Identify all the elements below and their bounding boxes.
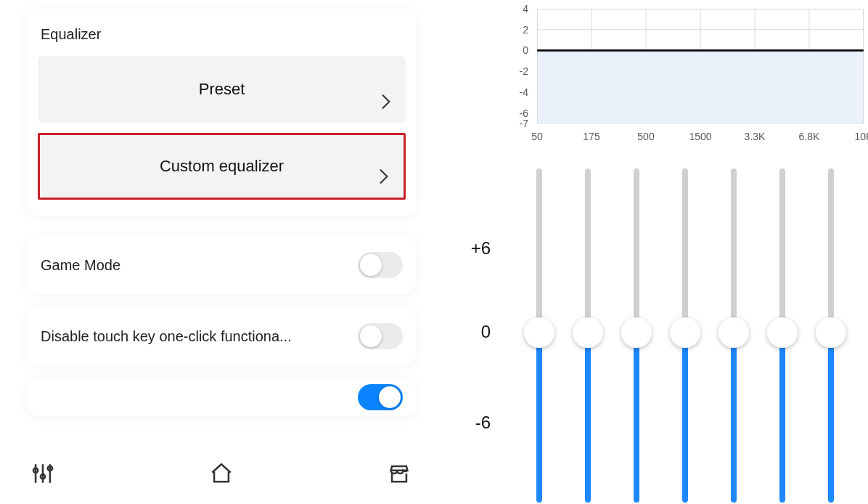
chart-y-tick: -7 xyxy=(504,118,528,129)
eq-band-slider[interactable] xyxy=(718,168,749,503)
eq-band-slider[interactable] xyxy=(816,168,846,503)
game-mode-label: Game Mode xyxy=(41,257,120,274)
slider-track-lower xyxy=(731,336,737,503)
equalizer-editor: 420-2-4-6-7 5017550015003.3K6.8K10K +6 0… xyxy=(443,0,856,504)
disable-touch-row: Disable touch key one-click functiona... xyxy=(28,307,416,365)
slider-scale-min: -6 xyxy=(453,412,491,433)
eq-band-slider[interactable] xyxy=(621,168,652,503)
sliders-icon[interactable] xyxy=(30,461,55,486)
slider-thumb[interactable] xyxy=(621,317,652,348)
slider-track-lower xyxy=(779,336,785,503)
slider-track-upper xyxy=(634,168,639,325)
game-mode-row: Game Mode xyxy=(28,236,416,294)
chart-y-tick: 2 xyxy=(504,24,528,36)
chart-x-tick: 3.3K xyxy=(745,131,766,142)
slider-track-upper xyxy=(731,168,737,325)
game-mode-toggle[interactable] xyxy=(358,252,403,278)
chart-x-tick: 1500 xyxy=(689,131,711,142)
preset-label: Preset xyxy=(199,80,245,99)
slider-scale-max: +6 xyxy=(453,238,491,259)
eq-band-slider[interactable] xyxy=(524,168,554,503)
slider-track-upper xyxy=(828,168,834,325)
chart-x-tick: 175 xyxy=(583,131,599,142)
slider-thumb[interactable] xyxy=(718,317,749,348)
slider-thumb[interactable] xyxy=(767,317,798,348)
equalizer-card: Equalizer Preset Custom equalizer xyxy=(28,9,416,216)
eq-band-slider[interactable] xyxy=(670,168,700,503)
slider-scale-mid: 0 xyxy=(453,322,491,342)
chart-y-tick: -4 xyxy=(504,86,528,98)
chart-x-tick: 50 xyxy=(531,131,543,142)
partial-setting-toggle[interactable] xyxy=(358,384,403,410)
chart-y-tick: -2 xyxy=(504,65,528,77)
disable-touch-toggle[interactable] xyxy=(358,323,403,349)
eq-band-slider[interactable] xyxy=(573,168,603,503)
eq-band-slider[interactable] xyxy=(767,168,798,503)
svg-rect-17 xyxy=(537,50,864,123)
slider-track-upper xyxy=(779,168,785,325)
chevron-right-icon xyxy=(381,94,391,113)
custom-equalizer-label: Custom equalizer xyxy=(160,157,284,176)
slider-thumb[interactable] xyxy=(524,317,554,348)
slider-track-lower xyxy=(682,336,688,503)
chart-x-tick: 6.8K xyxy=(799,131,820,142)
slider-track-lower xyxy=(828,336,834,503)
slider-track-lower xyxy=(585,336,591,503)
slider-track-lower xyxy=(536,336,542,503)
chart-x-tick: 10K xyxy=(855,131,868,142)
chart-x-tick: 500 xyxy=(637,131,654,142)
bottom-nav xyxy=(9,452,433,495)
disable-touch-label: Disable touch key one-click functiona... xyxy=(41,328,292,345)
chart-y-tick: 0 xyxy=(504,44,528,56)
chart-y-tick: 4 xyxy=(504,3,528,15)
slider-track-lower xyxy=(634,336,639,503)
slider-thumb[interactable] xyxy=(816,317,846,348)
preset-option[interactable]: Preset xyxy=(38,56,406,123)
slider-thumb[interactable] xyxy=(573,317,603,348)
home-icon[interactable] xyxy=(209,461,234,486)
eq-sliders-area: +6 0 -6 xyxy=(443,168,856,503)
equalizer-title: Equalizer xyxy=(41,26,403,43)
custom-equalizer-option[interactable]: Custom equalizer xyxy=(38,133,406,200)
slider-thumb[interactable] xyxy=(670,317,700,348)
settings-panel: Equalizer Preset Custom equalizer Game M… xyxy=(9,0,433,504)
chevron-right-icon xyxy=(379,168,389,187)
store-icon[interactable] xyxy=(387,461,412,486)
slider-track-upper xyxy=(585,168,591,325)
partial-setting-row xyxy=(28,378,416,416)
slider-track-upper xyxy=(536,168,542,325)
slider-track-upper xyxy=(682,168,688,325)
eq-response-chart: 420-2-4-6-7 5017550015003.3K6.8K10K xyxy=(486,4,845,142)
